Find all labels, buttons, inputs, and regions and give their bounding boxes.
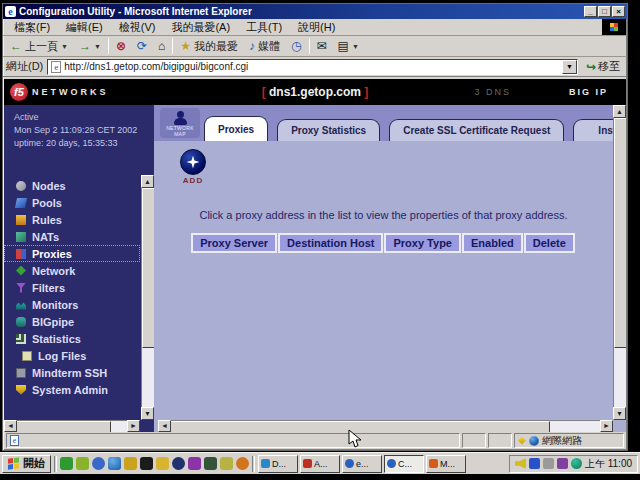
main-scroll-thumb[interactable] — [614, 118, 626, 348]
refresh-button[interactable]: ⟳ — [133, 39, 151, 53]
proxies-panel: ADD Click a proxy address in the list to… — [154, 141, 613, 420]
quick-launch-icon[interactable] — [188, 457, 201, 470]
toolbar-separator — [309, 38, 310, 54]
input-method-icon[interactable] — [529, 458, 540, 469]
menu-help[interactable]: 說明(H) — [291, 19, 342, 36]
main-vertical-scrollbar[interactable] — [613, 105, 626, 420]
quick-launch-icon[interactable] — [156, 457, 169, 470]
print-button[interactable]: ▤▼ — [334, 39, 363, 53]
monitors-icon — [16, 300, 26, 310]
volume-icon[interactable] — [515, 458, 526, 469]
menu-view[interactable]: 檢視(V) — [112, 19, 163, 36]
tray-icon[interactable] — [557, 458, 568, 469]
task-button[interactable]: e... — [342, 455, 382, 473]
taskbar-clock[interactable]: 上午 11:00 — [585, 457, 632, 471]
task-button[interactable]: D... — [258, 455, 298, 473]
network-map-button[interactable]: NETWORK MAP — [160, 108, 200, 138]
quick-launch-icon[interactable] — [204, 457, 217, 470]
column-destination-host[interactable]: Destination Host — [278, 233, 383, 253]
go-button[interactable]: ↪ 移至 — [582, 59, 624, 74]
sidebar: Active Mon Sep 2 11:09:28 CET 2002 uptim… — [4, 105, 154, 432]
sidebar-item-nodes[interactable]: Nodes — [4, 177, 140, 194]
quick-launch-icon[interactable] — [60, 457, 73, 470]
main-scroll-up-icon[interactable]: ▲ — [613, 105, 626, 118]
quick-launch-icon[interactable] — [108, 457, 121, 470]
forward-dropdown-icon[interactable]: ▼ — [94, 43, 101, 50]
forward-button[interactable]: → ▼ — [75, 39, 105, 53]
task-button[interactable]: A... — [300, 455, 340, 473]
home-button[interactable]: ⌂ — [154, 39, 169, 53]
quick-launch-icon[interactable] — [140, 457, 153, 470]
add-icon — [180, 149, 206, 175]
sidebar-horizontal-scrollbar[interactable] — [4, 420, 140, 432]
nav-bigip-link[interactable]: BIG IP — [569, 87, 608, 97]
back-dropdown-icon[interactable]: ▼ — [61, 43, 68, 50]
task-button-active[interactable]: C... — [384, 455, 424, 473]
main-horizontal-scrollbar[interactable] — [158, 420, 613, 432]
sidebar-item-filters[interactable]: Filters — [4, 279, 140, 296]
sidebar-scroll-right-icon[interactable]: ► — [127, 420, 140, 432]
column-proxy-server[interactable]: Proxy Server — [191, 233, 277, 253]
column-delete[interactable]: Delete — [524, 233, 575, 253]
sidebar-item-monitors[interactable]: Monitors — [4, 296, 140, 313]
sidebar-scroll-left-icon[interactable]: ◄ — [4, 420, 17, 432]
sidebar-item-mindterm-ssh[interactable]: Mindterm SSH — [4, 364, 140, 381]
menu-file[interactable]: 檔案(F) — [7, 19, 57, 36]
address-dropdown-icon[interactable]: ▼ — [562, 60, 577, 74]
quick-launch-icon[interactable] — [236, 457, 249, 470]
mail-button[interactable]: ✉ — [313, 39, 331, 53]
task-button[interactable]: M... — [426, 455, 466, 473]
sidebar-nav: Nodes Pools Rules NATs Proxies Network F… — [4, 177, 140, 398]
sidebar-hscroll-thumb[interactable] — [16, 421, 111, 432]
main-scroll-down-icon[interactable]: ▼ — [613, 407, 626, 420]
menu-favorites[interactable]: 我的最愛(A) — [164, 19, 237, 36]
sidebar-item-nats[interactable]: NATs — [4, 228, 140, 245]
quick-launch-icon[interactable] — [172, 457, 185, 470]
task-app-icon — [387, 459, 396, 468]
tray-icon[interactable] — [543, 458, 554, 469]
add-proxy-button[interactable]: ADD — [168, 149, 218, 185]
quick-launch-icon[interactable] — [220, 457, 233, 470]
menu-tools[interactable]: 工具(T) — [239, 19, 289, 36]
menu-edit[interactable]: 編輯(E) — [59, 19, 110, 36]
title-bar[interactable]: e Configuration Utility - Microsoft Inte… — [3, 4, 627, 19]
quick-launch-icon[interactable] — [76, 457, 89, 470]
minimize-button[interactable]: _ — [584, 6, 597, 17]
column-proxy-type[interactable]: Proxy Type — [384, 233, 461, 253]
hostname: [ dns1.getop.com ] — [4, 85, 626, 99]
main-scroll-left-icon[interactable]: ◄ — [158, 420, 171, 432]
favorites-button[interactable]: ★ 我的最愛 — [176, 38, 242, 55]
quick-launch-icon[interactable] — [92, 457, 105, 470]
tab-strip: NETWORK MAP Proxies Proxy Statistics Cre… — [154, 105, 626, 141]
address-input[interactable] — [64, 60, 562, 74]
maximize-button[interactable]: □ — [598, 6, 611, 17]
tray-icon[interactable] — [571, 458, 582, 469]
sidebar-item-network[interactable]: Network — [4, 262, 140, 279]
sidebar-item-pools[interactable]: Pools — [4, 194, 140, 211]
history-button[interactable]: ◷ — [287, 39, 305, 53]
tab-proxy-statistics[interactable]: Proxy Statistics — [277, 119, 380, 141]
sidebar-scroll-up-icon[interactable]: ▲ — [141, 175, 154, 188]
nav-3dns-link[interactable]: 3 DNS — [474, 87, 511, 97]
media-button[interactable]: ♪ 媒體 — [245, 38, 284, 55]
sidebar-item-bigpipe[interactable]: BIGpipe — [4, 313, 140, 330]
sidebar-vertical-scrollbar[interactable] — [141, 175, 154, 420]
sidebar-item-rules[interactable]: Rules — [4, 211, 140, 228]
close-button[interactable]: × — [612, 6, 625, 17]
tab-proxies[interactable]: Proxies — [204, 116, 268, 141]
sidebar-scroll-thumb[interactable] — [142, 188, 154, 348]
sidebar-item-log-files[interactable]: Log Files — [4, 347, 140, 364]
column-enabled[interactable]: Enabled — [462, 233, 523, 253]
tab-create-ssl-certificate-request[interactable]: Create SSL Certificate Request — [389, 119, 564, 141]
taskbar-divider — [54, 456, 57, 472]
main-scroll-right-icon[interactable]: ► — [600, 420, 613, 432]
sidebar-item-statistics[interactable]: Statistics — [4, 330, 140, 347]
start-button[interactable]: 開始 — [2, 455, 51, 473]
sidebar-scroll-down-icon[interactable]: ▼ — [141, 407, 154, 420]
stop-button[interactable]: ⊗ — [112, 39, 130, 53]
quick-launch-icon[interactable] — [124, 457, 137, 470]
history-icon: ◷ — [291, 40, 301, 52]
sidebar-item-system-admin[interactable]: System Admin — [4, 381, 140, 398]
sidebar-item-proxies[interactable]: Proxies — [4, 245, 140, 262]
back-button[interactable]: ← 上一頁 ▼ — [6, 38, 72, 55]
